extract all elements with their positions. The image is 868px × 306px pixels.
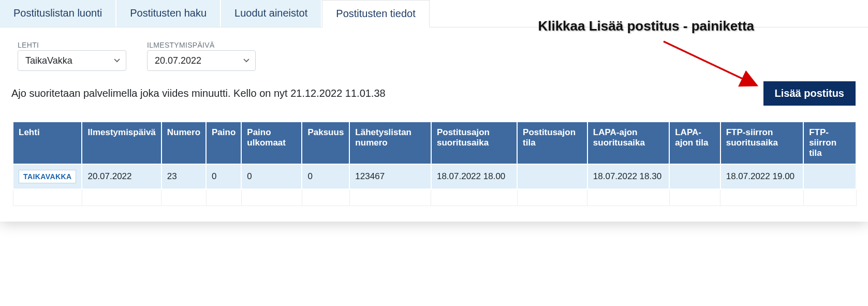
table-header-row: Lehti Ilmestymispäivä Numero Paino Paino…: [13, 122, 856, 164]
cell-postitusajon-suoritusaika: 18.07.2022 18.00: [431, 164, 517, 189]
th-postitusajon-tila: Postitusajon tila: [517, 122, 587, 164]
select-lehti[interactable]: TaikaVakka: [18, 50, 126, 71]
th-paino: Paino: [206, 122, 241, 164]
filters: LEHTI TaikaVakka ILMESTYMISPÄIVÄ 20.07.2…: [0, 27, 868, 75]
tab-postitusten-tiedot[interactable]: Postitusten tiedot: [322, 0, 429, 27]
select-ilmestymispaiva[interactable]: 20.07.2022: [147, 50, 256, 71]
tab-postituslistan-luonti[interactable]: Postituslistan luonti: [0, 0, 115, 27]
cell-lapa-ajon-tila: [669, 164, 720, 189]
cell-ilmestymispaiva: 20.07.2022: [82, 164, 161, 189]
field-ilmestymispaiva: ILMESTYMISPÄIVÄ 20.07.2022: [147, 41, 256, 71]
add-postitus-button[interactable]: Lisää postitus: [763, 81, 856, 106]
cell-lahetyslistan-numero: 123467: [349, 164, 431, 189]
cell-paksuus: 0: [302, 164, 349, 189]
th-ftp-siirron-tila: FTP-siirron tila: [803, 122, 856, 164]
th-ftp-siirron-suoritusaika: FTP-siirron suoritusaika: [720, 122, 803, 164]
table-row-empty: [13, 189, 856, 206]
cell-ftp-siirron-suoritusaika: 18.07.2022 19.00: [720, 164, 803, 189]
th-lehti: Lehti: [13, 122, 82, 164]
cell-ftp-siirron-tila: [803, 164, 856, 189]
cell-paino: 0: [206, 164, 241, 189]
cell-numero: 23: [161, 164, 206, 189]
th-lahetyslistan-numero: Lähetyslistan numero: [349, 122, 431, 164]
page-panel: Postituslistan luonti Postitusten haku L…: [0, 0, 868, 222]
cell-lapa-ajon-suoritusaika: 18.07.2022 18.30: [587, 164, 669, 189]
cell-postitusajon-tila: [517, 164, 587, 189]
th-paino-ulkomaat: Paino ulkomaat: [241, 122, 302, 164]
label-lehti: LEHTI: [18, 41, 126, 49]
status-row: Ajo suoritetaan palvelimella joka viides…: [0, 75, 868, 111]
label-ilmestymispaiva: ILMESTYMISPÄIVÄ: [147, 41, 256, 49]
th-numero: Numero: [161, 122, 206, 164]
tab-luodut-aineistot[interactable]: Luodut aineistot: [221, 0, 321, 27]
th-lapa-ajon-tila: LAPA-ajon tila: [669, 122, 720, 164]
tab-postitusten-haku[interactable]: Postitusten haku: [116, 0, 220, 27]
th-postitusajon-suoritusaika: Postitusajon suoritusaika: [431, 122, 517, 164]
data-table: Lehti Ilmestymispäivä Numero Paino Paino…: [12, 121, 857, 206]
cell-paino-ulkomaat: 0: [241, 164, 302, 189]
th-paksuus: Paksuus: [302, 122, 349, 164]
status-text: Ajo suoritetaan palvelimella joka viides…: [11, 88, 386, 99]
callout-annotation: Klikkaa Lisää postitus - painiketta: [538, 18, 754, 34]
field-lehti: LEHTI TaikaVakka: [18, 41, 126, 71]
table-row[interactable]: TAIKAVAKKA 20.07.2022 23 0 0 0 123467 18…: [13, 164, 856, 189]
th-ilmestymispaiva: Ilmestymispäivä: [82, 122, 161, 164]
th-lapa-ajon-suoritusaika: LAPA-ajon suoritusaika: [587, 122, 669, 164]
lehti-badge[interactable]: TAIKAVAKKA: [19, 170, 76, 183]
